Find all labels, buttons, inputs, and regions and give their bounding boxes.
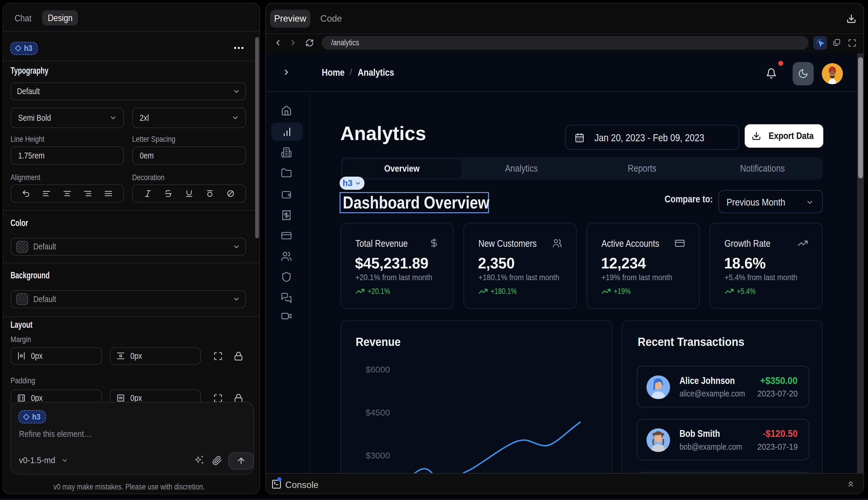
svg-text:$6000: $6000 (366, 365, 390, 374)
svg-text:$4500: $4500 (366, 408, 390, 417)
svg-text:$3000: $3000 (366, 451, 390, 460)
